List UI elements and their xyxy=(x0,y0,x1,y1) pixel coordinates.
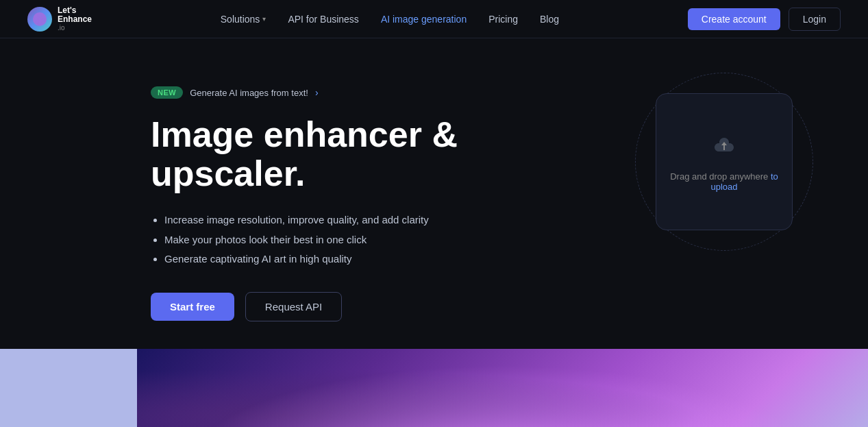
badge-arrow-icon[interactable]: › xyxy=(315,87,319,98)
upload-cloud-icon xyxy=(709,132,739,163)
hero-bullets: Increase image resolution, improve quali… xyxy=(151,212,507,267)
create-account-button[interactable]: Create account xyxy=(688,8,780,30)
new-badge: NEW xyxy=(151,86,183,99)
nav-link-solutions[interactable]: Solutions ▾ xyxy=(221,14,266,25)
bullet-2: Make your photos look their best in one … xyxy=(164,232,507,248)
bullet-3: Generate captivating AI art in high qual… xyxy=(164,252,507,267)
nav-link-blog[interactable]: Blog xyxy=(540,14,559,25)
bottom-left-panel xyxy=(0,349,137,427)
logo-text: Let's Enhance .io xyxy=(58,6,92,32)
logo-icon xyxy=(27,7,52,32)
svg-point-0 xyxy=(33,12,47,26)
hero-title: Image enhancer & upscaler. xyxy=(151,115,507,193)
nav-actions: Create account Login xyxy=(688,8,841,31)
page-wrapper: Let's Enhance .io Solutions ▾ API for Bu… xyxy=(0,0,868,427)
nav-links: Solutions ▾ API for Business AI image ge… xyxy=(221,14,559,25)
bottom-image-section xyxy=(137,349,868,427)
upload-text: Drag and drop anywhere to upload xyxy=(656,171,792,192)
login-button[interactable]: Login xyxy=(789,8,841,31)
hero-section: NEW Generate AI images from text! › Imag… xyxy=(0,38,868,349)
bottom-area xyxy=(0,349,868,427)
hero-cta: Start free Request API xyxy=(151,292,507,321)
chevron-down-icon: ▾ xyxy=(262,15,266,23)
new-badge-row: NEW Generate AI images from text! › xyxy=(151,86,507,99)
upload-zone-container: Drag and drop anywhere to upload xyxy=(635,73,813,251)
nav-link-ai-image[interactable]: AI image generation xyxy=(381,14,467,25)
logo[interactable]: Let's Enhance .io xyxy=(27,6,92,32)
bullet-1: Increase image resolution, improve quali… xyxy=(164,212,507,228)
nav-link-api-business[interactable]: API for Business xyxy=(288,14,359,25)
start-free-button[interactable]: Start free xyxy=(151,293,234,321)
logo-enhance: Enhance xyxy=(58,15,92,24)
new-badge-text: Generate AI images from text! xyxy=(190,88,308,98)
request-api-button[interactable]: Request API xyxy=(245,292,342,321)
nav-link-pricing[interactable]: Pricing xyxy=(488,14,518,25)
navbar: Let's Enhance .io Solutions ▾ API for Bu… xyxy=(0,0,868,38)
upload-dropzone[interactable]: Drag and drop anywhere to upload xyxy=(656,93,793,230)
hero-content: NEW Generate AI images from text! › Imag… xyxy=(151,80,507,321)
logo-io: .io xyxy=(58,24,92,32)
upload-outer-ring: Drag and drop anywhere to upload xyxy=(635,73,813,251)
